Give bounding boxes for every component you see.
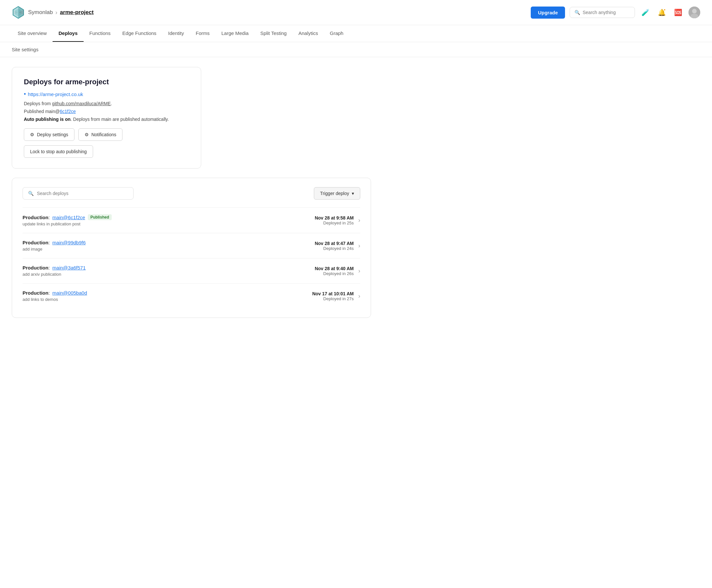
nav-item-forms[interactable]: Forms [190, 25, 216, 42]
upgrade-button[interactable]: Upgrade [531, 6, 565, 19]
auto-publish-line: Auto publishing is on. Deploys from main… [24, 117, 189, 122]
search-deploys-input[interactable] [37, 191, 128, 196]
bell-button[interactable]: 🔔 [656, 6, 668, 18]
deploy-branch: Production: [23, 265, 50, 271]
published-prefix: Published main@ [24, 109, 60, 114]
bell-wrap: 🔔 [658, 8, 666, 16]
deploy-row[interactable]: Production: main@005ba0dadd links to dem… [23, 283, 360, 308]
nav-item-large-media[interactable]: Large Media [216, 25, 254, 42]
status-badge: Published [88, 214, 112, 220]
trigger-deploy-label: Trigger deploy [320, 191, 349, 196]
nav-item-site-overview[interactable]: Site overview [12, 25, 52, 42]
deploy-row-right: Nov 28 at 9:47 AMDeployed in 24s› [315, 241, 360, 251]
deploy-row-right: Nov 17 at 10:01 AMDeployed in 27s› [312, 291, 360, 301]
breadcrumb-separator: › [56, 9, 58, 16]
deploy-time: Nov 28 at 9:58 AMDeployed in 25s [315, 215, 354, 225]
lock-label: Lock to stop auto publishing [30, 149, 87, 154]
project-name[interactable]: arme-project [60, 9, 94, 16]
nav-item-identity[interactable]: Identity [162, 25, 190, 42]
deploy-date: Nov 28 at 9:40 AM [315, 266, 354, 271]
deploy-duration: Deployed in 24s [315, 246, 354, 251]
nav-item-deploys[interactable]: Deploys [52, 25, 83, 42]
deploy-row[interactable]: Production: main@6c1f2cePublishedupdate … [23, 207, 360, 233]
avatar[interactable] [689, 6, 700, 18]
logo-icon [12, 6, 25, 19]
deploy-duration: Deployed in 25s [315, 220, 354, 225]
deploy-commit-link[interactable]: main@3a6f571 [52, 265, 86, 271]
avatar-image [689, 6, 700, 18]
main-content: Deploys for arme-project https://arme-pr… [0, 57, 392, 328]
published-commit-link[interactable]: 6c1f2ce [60, 109, 76, 114]
logo-area: Symonlab › arme-project [12, 6, 94, 19]
deploy-date: Nov 28 at 9:47 AM [315, 241, 354, 246]
deploy-time: Nov 28 at 9:47 AMDeployed in 24s [315, 241, 354, 251]
deploy-date: Nov 17 at 10:01 AM [312, 291, 354, 296]
deploy-description: add image [23, 247, 86, 252]
info-card: Deploys for arme-project https://arme-pr… [12, 67, 201, 169]
deploy-commit-link[interactable]: main@6c1f2ce [52, 215, 85, 220]
deploy-row-right: Nov 28 at 9:40 AMDeployed in 26s› [315, 266, 360, 276]
deploy-row-left: Production: main@6c1f2cePublishedupdate … [23, 214, 112, 226]
nav-item-analytics[interactable]: Analytics [293, 25, 324, 42]
nav-item-functions[interactable]: Functions [84, 25, 116, 42]
flask-button[interactable]: 🧪 [640, 6, 651, 18]
deploy-commit-link[interactable]: main@005ba0d [52, 290, 87, 296]
nav-item-graph[interactable]: Graph [324, 25, 349, 42]
trigger-deploy-button[interactable]: Trigger deploy ▾ [314, 187, 360, 200]
header: Symonlab › arme-project Upgrade 🔍 🧪 🔔 🆘 [0, 0, 712, 25]
published-line: Published main@6c1f2ce [24, 109, 189, 114]
gear-icon-deploy: ⚙ [30, 132, 34, 137]
gear-icon-notifications: ⚙ [85, 132, 89, 137]
chevron-right-icon: › [358, 268, 360, 274]
deploys-from-suffix: . [111, 101, 112, 106]
chevron-right-icon: › [358, 243, 360, 249]
info-card-title: Deploys for arme-project [24, 78, 189, 86]
bell-notification-dot [663, 8, 666, 11]
deploy-settings-label: Deploy settings [37, 132, 68, 137]
deploy-time: Nov 28 at 9:40 AMDeployed in 26s [315, 266, 354, 276]
auto-publish-strong: Auto publishing is on [24, 117, 70, 122]
deploy-branch: Production: [23, 215, 50, 220]
deploy-description: add arxiv publication [23, 272, 86, 277]
deploy-row-left: Production: main@005ba0dadd links to dem… [23, 290, 87, 302]
breadcrumb: Symonlab › arme-project [28, 9, 94, 16]
deploys-from-prefix: Deploys from [24, 101, 52, 106]
deploy-title: Production: main@6c1f2cePublished [23, 214, 112, 220]
notifications-button[interactable]: ⚙ Notifications [79, 128, 123, 141]
help-button[interactable]: 🆘 [672, 6, 684, 18]
deploy-title: Production: main@99db9f6 [23, 240, 86, 245]
org-name[interactable]: Symonlab [28, 9, 53, 16]
deploys-header: 🔍 Trigger deploy ▾ [23, 187, 360, 200]
search-box: 🔍 [569, 7, 635, 18]
deploy-time: Nov 17 at 10:01 AMDeployed in 27s [312, 291, 354, 301]
svg-point-9 [692, 9, 697, 14]
search-deploys-icon: 🔍 [28, 191, 34, 196]
deploy-settings-button[interactable]: ⚙ Deploy settings [24, 128, 74, 141]
chevron-down-icon: ▾ [352, 191, 354, 196]
deploy-row-right: Nov 28 at 9:58 AMDeployed in 25s› [315, 215, 360, 225]
deploy-description: add links to demos [23, 297, 87, 302]
deploy-title: Production: main@3a6f571 [23, 265, 86, 271]
auto-publish-rest: . Deploys from main are published automa… [70, 117, 169, 122]
deploy-branch: Production: [23, 240, 50, 245]
deploy-commit-link[interactable]: main@99db9f6 [52, 240, 86, 245]
header-actions: Upgrade 🔍 🧪 🔔 🆘 [531, 6, 700, 19]
action-buttons: ⚙ Deploy settings ⚙ Notifications [24, 128, 189, 141]
deploy-row-left: Production: main@99db9f6add image [23, 240, 86, 252]
site-settings-link[interactable]: Site settings [12, 47, 39, 52]
deploy-row[interactable]: Production: main@99db9f6add imageNov 28 … [23, 233, 360, 258]
nav-item-edge-functions[interactable]: Edge Functions [116, 25, 162, 42]
site-url-link[interactable]: https://arme-project.co.uk [24, 91, 189, 98]
deploys-from: Deploys from github.com/maxdiluca/ARME. [24, 101, 189, 106]
lock-button[interactable]: Lock to stop auto publishing [24, 145, 93, 158]
search-deploys-box: 🔍 [23, 187, 134, 200]
nav-item-split-testing[interactable]: Split Testing [254, 25, 293, 42]
sub-nav: Site settings [0, 42, 712, 57]
github-link[interactable]: github.com/maxdiluca/ARME [52, 101, 111, 106]
deploy-description: update links in publication post [23, 222, 112, 226]
deploy-row[interactable]: Production: main@3a6f571add arxiv public… [23, 258, 360, 283]
chevron-right-icon: › [358, 293, 360, 299]
search-input[interactable] [583, 10, 630, 15]
deploy-row-left: Production: main@3a6f571add arxiv public… [23, 265, 86, 277]
chevron-right-icon: › [358, 217, 360, 224]
